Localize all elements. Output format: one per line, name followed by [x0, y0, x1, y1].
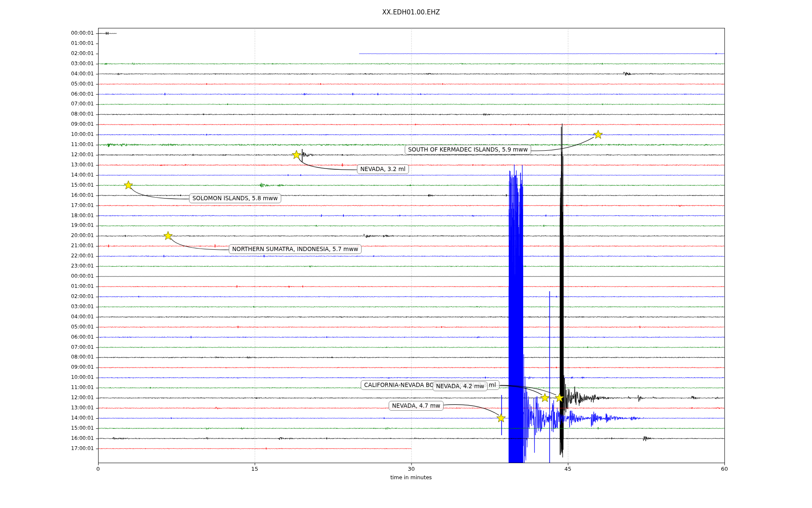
annotation-solomon-islands: SOLOMON ISLANDS, 5.8 mww	[189, 193, 281, 203]
row-label: 15:00:01	[0, 425, 94, 431]
row-label: 03:00:01	[0, 304, 94, 309]
x-tick-label: 45	[564, 466, 571, 472]
row-label: 16:00:01	[0, 435, 94, 441]
row-label: 11:00:01	[0, 141, 94, 147]
row-label: 19:00:01	[0, 222, 94, 228]
row-label: 08:00:01	[0, 354, 94, 360]
row-label: 07:00:01	[0, 344, 94, 350]
annotation-nevada-3-2-ml: NEVADA, 3.2 ml	[357, 164, 409, 174]
row-label: 04:00:01	[0, 71, 94, 77]
row-label: 15:00:01	[0, 182, 94, 188]
x-tick-label: 15	[251, 466, 258, 472]
seismogram-plot-canvas	[0, 0, 812, 508]
row-label: 04:00:01	[0, 314, 94, 320]
row-label: 10:00:01	[0, 374, 94, 380]
row-label: 14:00:01	[0, 172, 94, 178]
row-label: 05:00:01	[0, 81, 94, 87]
row-label: 17:00:01	[0, 445, 94, 451]
annotation-northern-sumatra-indonesia: NORTHERN SUMATRA, INDONESIA, 5.7 mww	[229, 244, 362, 254]
row-label: 08:00:01	[0, 111, 94, 117]
x-axis-label: time in minutes	[390, 474, 432, 480]
figure-title: XX.EDH01.00.EHZ	[382, 8, 440, 16]
row-label: 20:00:01	[0, 232, 94, 238]
row-label: 09:00:01	[0, 121, 94, 127]
row-label: 06:00:01	[0, 91, 94, 97]
row-label: 02:00:01	[0, 293, 94, 299]
row-label: 18:00:01	[0, 213, 94, 218]
annotation-south-of-kermadec-islands: SOUTH OF KERMADEC ISLANDS, 5.9 mww	[405, 145, 531, 155]
row-label: 14:00:01	[0, 415, 94, 421]
row-label: 07:00:01	[0, 101, 94, 107]
row-label: 12:00:01	[0, 152, 94, 157]
seismogram-figure: XX.EDH01.00.EHZ 00:00:0101:00:0102:00:01…	[0, 0, 812, 508]
row-label: 03:00:01	[0, 61, 94, 66]
row-label: 05:00:01	[0, 324, 94, 330]
row-label: 06:00:01	[0, 334, 94, 340]
row-label: 21:00:01	[0, 243, 94, 248]
row-label: 09:00:01	[0, 364, 94, 370]
row-label: 13:00:01	[0, 405, 94, 411]
row-label: 23:00:01	[0, 263, 94, 269]
row-label: 16:00:01	[0, 192, 94, 198]
row-label: 13:00:01	[0, 162, 94, 168]
annotation-nevada-4-2-mw: NEVADA, 4.2 mw	[433, 381, 488, 391]
x-tick-label: 60	[721, 466, 728, 472]
x-tick-label: 30	[408, 466, 415, 472]
annotation-nevada-4-7-mw: NEVADA, 4.7 mw	[389, 401, 444, 411]
row-label: 01:00:01	[0, 283, 94, 289]
row-label: 01:00:01	[0, 40, 94, 46]
row-label: 02:00:01	[0, 50, 94, 56]
row-label: 00:00:01	[0, 30, 94, 36]
x-tick-label: 0	[96, 466, 100, 472]
row-label: 11:00:01	[0, 384, 94, 390]
row-label: 17:00:01	[0, 202, 94, 208]
row-label: 00:00:01	[0, 273, 94, 279]
row-label: 22:00:01	[0, 253, 94, 259]
row-label: 10:00:01	[0, 131, 94, 137]
row-label: 12:00:01	[0, 395, 94, 400]
